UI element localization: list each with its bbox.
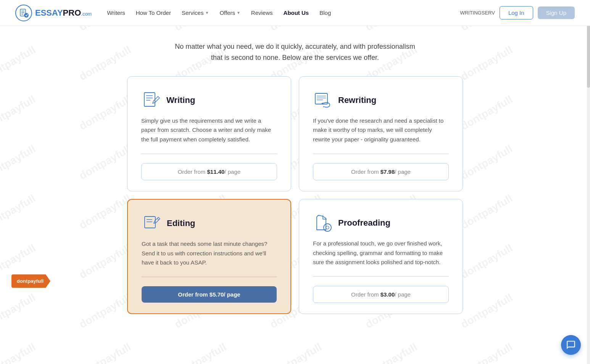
writing-title: Writing: [166, 95, 195, 105]
hero-line2: that is second to none. Below are the se…: [8, 52, 582, 63]
proofreading-icon: [313, 213, 333, 233]
logo-com: .com: [81, 11, 92, 17]
logo-brand: ESSAY: [35, 8, 63, 18]
proofreading-desc: For a professional touch, we go over fin…: [313, 239, 449, 267]
logo-icon: [15, 5, 32, 21]
editing-title: Editing: [167, 218, 195, 228]
rewriting-order-button[interactable]: Order from $7.98/ page: [313, 163, 449, 180]
nav-right: WRITINGSERV Log In Sign Up: [460, 6, 575, 19]
login-button[interactable]: Log In: [500, 6, 533, 19]
writingserv-link[interactable]: WRITINGSERV: [460, 10, 495, 16]
badge-label: dontpayfull: [11, 274, 50, 288]
card-proofreading: Proofreading For a professional touch, w…: [299, 199, 463, 314]
chat-icon: [566, 340, 576, 341]
nav-about-us[interactable]: About Us: [284, 10, 309, 16]
nav-links: Writers How To Order Services ▼ Offers ▼…: [107, 10, 460, 16]
nav-writers[interactable]: Writers: [107, 10, 125, 16]
card-writing: Writing Simply give us the requirements …: [127, 76, 291, 191]
rewriting-desc: If you've done the research and need a s…: [313, 116, 449, 144]
rewriting-title: Rewriting: [338, 95, 376, 105]
svg-rect-6: [144, 93, 155, 106]
svg-point-18: [324, 224, 331, 231]
svg-point-5: [24, 13, 29, 18]
nav-blog[interactable]: Blog: [319, 10, 331, 16]
nav-how-to-order[interactable]: How To Order: [136, 10, 171, 16]
editing-order-button[interactable]: Order from $5.70/ page: [142, 286, 277, 303]
nav-reviews[interactable]: Reviews: [251, 10, 273, 16]
svg-point-0: [16, 5, 32, 21]
dontpayfull-badge: dontpayfull: [11, 274, 50, 288]
services-grid: Writing Simply give us the requirements …: [112, 72, 478, 341]
rewriting-icon: [313, 90, 333, 110]
logo[interactable]: ESSAYPRO.com: [15, 5, 92, 21]
chat-button[interactable]: [561, 335, 581, 341]
card-rewriting: Rewriting If you've done the research an…: [299, 76, 463, 191]
proofreading-title: Proofreading: [338, 218, 390, 228]
offers-dropdown-arrow: ▼: [237, 11, 240, 15]
proofreading-order-button[interactable]: Order from $3.00/ page: [313, 286, 449, 303]
signup-button[interactable]: Sign Up: [538, 6, 575, 19]
editing-icon: [142, 213, 161, 233]
rewriting-divider: [313, 154, 449, 154]
services-dropdown-arrow: ▼: [205, 11, 209, 15]
logo-brand2: PRO: [63, 8, 81, 18]
nav-offers[interactable]: Offers ▼: [219, 10, 240, 16]
writing-divider: [141, 154, 277, 154]
writing-order-button[interactable]: Order from $11.40/ page: [141, 163, 277, 180]
hero-section: No matter what you need, we do it quickl…: [0, 26, 590, 72]
writing-desc: Simply give us the requirements and we w…: [141, 116, 277, 144]
nav-services[interactable]: Services ▼: [182, 10, 209, 16]
editing-desc: Got a task that needs some last minute c…: [142, 239, 277, 268]
editing-divider: [142, 277, 277, 277]
proofreading-divider: [313, 276, 449, 277]
card-editing: Editing Got a task that needs some last …: [127, 199, 291, 314]
svg-rect-14: [145, 216, 155, 228]
navbar: ESSAYPRO.com Writers How To Order Servic…: [0, 0, 590, 26]
hero-line1: No matter what you need, we do it quickl…: [8, 41, 582, 52]
writing-icon: [141, 90, 161, 110]
svg-line-17: [157, 218, 159, 220]
